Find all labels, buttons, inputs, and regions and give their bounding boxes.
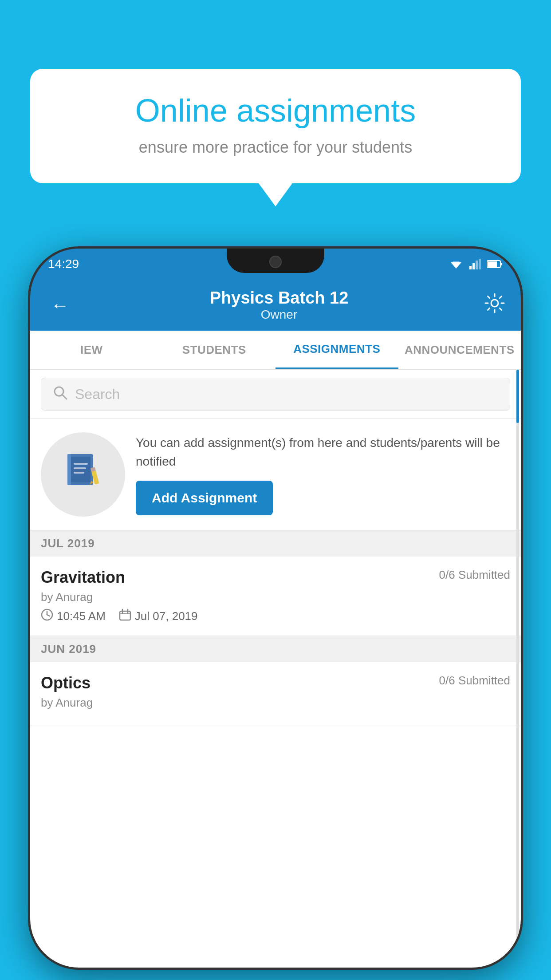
assignment-item-optics-header: Optics 0/6 Submitted: [41, 674, 510, 692]
svg-rect-15: [74, 467, 86, 469]
svg-line-23: [47, 615, 50, 616]
back-button[interactable]: ←: [46, 290, 74, 320]
tab-iew[interactable]: IEW: [30, 331, 153, 369]
phone-camera: [269, 256, 282, 268]
promo-icon-circle: [41, 432, 125, 517]
speech-bubble-tail: [259, 183, 292, 206]
scroll-thumb: [516, 370, 519, 423]
app-bar-title: Physics Batch 12: [74, 288, 484, 308]
assignment-meta: 10:45 AM Jul 07, 2019: [41, 609, 510, 624]
signal-icon: [469, 259, 481, 269]
assignment-promo: You can add assignment(s) from here and …: [30, 419, 521, 530]
assignment-icon: [63, 450, 103, 499]
app-bar: ← Physics Batch 12 Owner: [30, 280, 521, 331]
app-bar-subtitle: Owner: [74, 308, 484, 322]
phone-frame: 14:29 ← Physics Batch: [30, 249, 521, 968]
svg-rect-17: [67, 454, 71, 485]
svg-rect-4: [476, 261, 478, 269]
phone-notch: [227, 249, 324, 273]
svg-rect-5: [479, 259, 481, 269]
search-placeholder: Search: [75, 386, 120, 403]
speech-bubble-subtitle: ensure more practice for your students: [61, 138, 490, 157]
section-header-jun: JUN 2019: [30, 636, 521, 662]
svg-rect-8: [488, 261, 497, 267]
settings-icon[interactable]: [484, 293, 505, 317]
app-bar-title-area: Physics Batch 12 Owner: [74, 288, 484, 322]
assignment-name: Gravitation: [41, 568, 125, 587]
section-header-jul: JUL 2019: [30, 530, 521, 557]
clock-icon: [41, 609, 53, 624]
speech-bubble: Online assignments ensure more practice …: [30, 69, 521, 183]
search-icon: [52, 384, 68, 404]
assignment-submitted-optics: 0/6 Submitted: [439, 674, 510, 688]
speech-bubble-title: Online assignments: [61, 93, 490, 128]
tabs-bar: IEW STUDENTS ASSIGNMENTS ANNOUNCEMENTS: [30, 331, 521, 370]
tab-announcements[interactable]: ANNOUNCEMENTS: [398, 331, 521, 369]
promo-description: You can add assignment(s) from here and …: [136, 434, 510, 471]
add-assignment-button[interactable]: Add Assignment: [136, 481, 273, 515]
svg-rect-14: [74, 463, 88, 465]
svg-point-9: [491, 300, 498, 307]
assignment-item-header: Gravitation 0/6 Submitted: [41, 568, 510, 587]
scroll-indicator: [516, 370, 519, 968]
wifi-icon: [449, 259, 463, 269]
assignment-submitted: 0/6 Submitted: [439, 568, 510, 582]
assignment-name-optics: Optics: [41, 674, 91, 692]
main-content: Search: [30, 370, 521, 968]
svg-rect-3: [472, 263, 475, 269]
tab-students[interactable]: STUDENTS: [153, 331, 276, 369]
assignment-time: 10:45 AM: [41, 609, 106, 624]
search-container: Search: [30, 370, 521, 419]
assignment-item-gravitation[interactable]: Gravitation 0/6 Submitted by Anurag 10:4…: [30, 557, 521, 636]
assignment-date: Jul 07, 2019: [119, 609, 198, 624]
assignment-by: by Anurag: [41, 590, 510, 604]
svg-line-11: [62, 395, 67, 399]
status-icons: [449, 259, 503, 269]
status-time: 14:29: [48, 257, 79, 271]
battery-icon: [487, 260, 503, 269]
svg-rect-16: [74, 472, 84, 474]
svg-rect-24: [120, 611, 130, 620]
promo-text-area: You can add assignment(s) from here and …: [136, 434, 510, 515]
assignment-by-optics: by Anurag: [41, 696, 510, 710]
calendar-icon: [119, 609, 131, 624]
assignment-item-optics[interactable]: Optics 0/6 Submitted by Anurag: [30, 662, 521, 726]
speech-bubble-container: Online assignments ensure more practice …: [30, 69, 521, 206]
tab-assignments[interactable]: ASSIGNMENTS: [276, 331, 398, 369]
svg-rect-7: [500, 263, 502, 265]
svg-rect-13: [71, 457, 91, 482]
svg-rect-2: [469, 266, 472, 269]
search-box[interactable]: Search: [41, 378, 510, 411]
